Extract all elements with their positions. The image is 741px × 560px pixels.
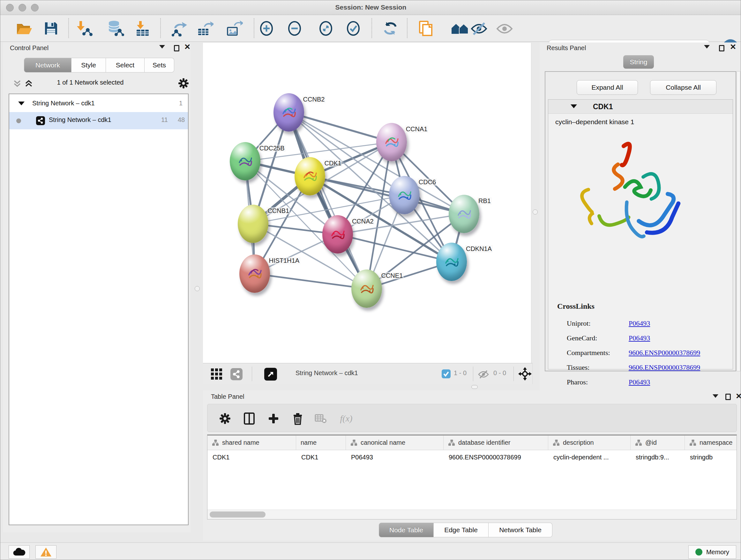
- network-node-cdc6[interactable]: [389, 176, 420, 214]
- import-network-from-file-button[interactable]: [76, 19, 93, 37]
- panel-close-icon[interactable]: ✕: [184, 44, 191, 50]
- table-cell[interactable]: cyclin-dependent ...: [548, 450, 630, 464]
- crosslink-link[interactable]: P06493: [629, 378, 650, 386]
- network-node-ccna2[interactable]: [322, 215, 353, 253]
- tab-node-table[interactable]: Node Table: [379, 523, 434, 537]
- window-title: Session: New Session: [0, 3, 741, 11]
- column-header-namespace[interactable]: namespace: [685, 435, 737, 450]
- footer-separator: [514, 367, 514, 381]
- import-network-from-database-button[interactable]: [107, 19, 125, 37]
- save-session-button[interactable]: [42, 19, 60, 37]
- network-node-ccnb1[interactable]: [238, 205, 268, 243]
- import-table-from-file-button[interactable]: [133, 19, 151, 37]
- hide-graphics-details-button[interactable]: [470, 19, 488, 37]
- table-cell[interactable]: stringdb:9...: [630, 450, 685, 464]
- expand-all-button[interactable]: Expand All: [577, 80, 638, 95]
- column-header-name[interactable]: name: [296, 435, 346, 450]
- panel-close-icon[interactable]: ✕: [736, 393, 741, 399]
- network-options-gear-icon[interactable]: [178, 78, 189, 89]
- show-columns-button[interactable]: [242, 411, 257, 426]
- results-panel-title: Results Panel: [547, 44, 586, 52]
- selected-checkbox-icon[interactable]: [442, 369, 451, 378]
- apply-layout-button[interactable]: [381, 19, 399, 37]
- column-header-database-identifier[interactable]: database identifier: [444, 435, 548, 450]
- crosslink-link[interactable]: P06493: [629, 334, 650, 342]
- column-header-canonical-name[interactable]: canonical name: [346, 435, 444, 450]
- show-all-networks-button[interactable]: [451, 19, 469, 37]
- create-column-button[interactable]: [266, 411, 281, 426]
- panel-menu-icon[interactable]: [704, 45, 710, 49]
- network-row[interactable]: String Network – cdk1 11 48: [9, 112, 188, 129]
- network-node-hist1h1a[interactable]: [239, 254, 270, 293]
- tab-edge-table[interactable]: Edge Table: [434, 523, 488, 537]
- crosslink-row: Compartments:9606.ENSP00000378699: [548, 346, 733, 361]
- network-canvas[interactable]: CCNB2CCNA1CDC25BCDK1CDC6RB1CCNB1CCNA2CDK…: [203, 43, 531, 363]
- table-settings-button[interactable]: [218, 411, 232, 426]
- show-graphics-details-button[interactable]: [495, 19, 514, 37]
- network-node-ccnb2[interactable]: [273, 93, 304, 132]
- share-network-icon[interactable]: [230, 368, 243, 380]
- panel-menu-icon[interactable]: [159, 45, 165, 49]
- scrollbar-thumb[interactable]: [210, 511, 266, 517]
- column-header--id[interactable]: @id: [630, 435, 685, 450]
- delete-table-button[interactable]: [313, 411, 328, 426]
- delete-column-button[interactable]: [290, 411, 305, 426]
- warnings-button[interactable]: [36, 545, 57, 559]
- tab-network-table[interactable]: Network Table: [488, 523, 552, 537]
- zoom-in-button[interactable]: [258, 19, 275, 37]
- left-splitter-handle[interactable]: [195, 286, 200, 291]
- zoom-selected-button[interactable]: [344, 19, 362, 37]
- section-collapse-icon[interactable]: [570, 105, 577, 108]
- panel-menu-icon[interactable]: [713, 394, 718, 398]
- bottom-splitter-handle[interactable]: [471, 385, 478, 389]
- zoom-fit-button[interactable]: [317, 19, 335, 37]
- zoom-out-button[interactable]: [286, 19, 304, 37]
- panel-float-icon[interactable]: [174, 45, 179, 51]
- table-cell[interactable]: P06493: [346, 450, 444, 464]
- tab-sets[interactable]: Sets: [145, 58, 174, 72]
- column-header-shared-name[interactable]: shared name: [207, 435, 296, 450]
- export-network-button[interactable]: [171, 19, 188, 37]
- right-splitter-handle[interactable]: [533, 209, 538, 214]
- tab-select[interactable]: Select: [106, 58, 145, 72]
- table-cell[interactable]: CDK1: [296, 450, 346, 464]
- network-node-rb1[interactable]: [449, 195, 479, 233]
- export-table-button[interactable]: [196, 19, 214, 37]
- open-session-button[interactable]: [15, 19, 33, 37]
- status-bar: Memory: [0, 543, 741, 560]
- export-image-button[interactable]: [226, 19, 244, 37]
- crosslink-link[interactable]: P06493: [629, 319, 650, 327]
- network-collection-row[interactable]: String Network – cdk1 1: [9, 96, 188, 112]
- gene-section-header[interactable]: CDK1: [548, 100, 733, 114]
- panel-float-icon[interactable]: [719, 45, 724, 51]
- function-builder-button[interactable]: f(x): [335, 411, 357, 426]
- cloud-button[interactable]: [9, 545, 30, 559]
- panel-float-icon[interactable]: [725, 394, 731, 400]
- column-header-description[interactable]: description: [548, 435, 630, 450]
- tab-string[interactable]: String: [623, 55, 654, 69]
- results-scrollbar[interactable]: [737, 71, 740, 371]
- network-node-count: 11: [161, 116, 168, 124]
- copy-button[interactable]: [416, 19, 434, 37]
- tab-style[interactable]: Style: [71, 58, 106, 72]
- crosslink-link[interactable]: 9606.ENSP00000378699: [629, 349, 700, 357]
- table-cell[interactable]: CDK1: [207, 450, 296, 464]
- crosslink-link[interactable]: 9606.ENSP00000378699: [629, 363, 700, 372]
- tab-network[interactable]: Network: [24, 58, 71, 72]
- table-cell[interactable]: 9606.ENSP00000378699: [444, 450, 548, 464]
- network-node-cdkn1a[interactable]: [436, 243, 467, 281]
- memory-button[interactable]: Memory: [688, 545, 736, 559]
- table-row[interactable]: CDK1CDK1P064939606.ENSP00000378699cyclin…: [207, 450, 737, 464]
- collapse-all-button[interactable]: Collapse All: [650, 80, 717, 95]
- network-node-cdc25b[interactable]: [230, 142, 260, 180]
- network-node-ccna1[interactable]: [376, 123, 407, 161]
- network-node-cdk1[interactable]: [294, 157, 325, 195]
- panel-close-icon[interactable]: ✕: [730, 44, 736, 50]
- node-table[interactable]: shared namenamecanonical namedatabase id…: [207, 435, 737, 519]
- birds-eye-view-icon[interactable]: [211, 368, 223, 380]
- pan-crosshair-icon[interactable]: [518, 367, 532, 381]
- table-cell[interactable]: stringdb: [685, 450, 737, 464]
- collection-expand-icon[interactable]: [18, 102, 24, 105]
- table-horizontal-scrollbar[interactable]: [207, 509, 737, 519]
- open-in-new-window-icon[interactable]: [264, 368, 277, 381]
